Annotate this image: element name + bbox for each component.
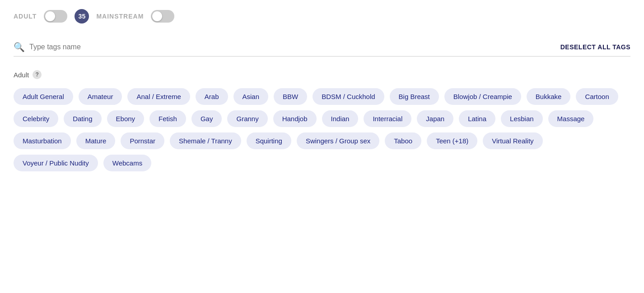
count-badge: 35 bbox=[75, 9, 89, 24]
tag-item[interactable]: Granny bbox=[227, 110, 267, 127]
tag-item[interactable]: Pornstar bbox=[121, 132, 164, 149]
search-left: 🔍 bbox=[14, 42, 560, 52]
tag-item[interactable]: Arab bbox=[196, 88, 228, 105]
tag-item[interactable]: Squirting bbox=[247, 132, 291, 149]
tag-item[interactable]: Handjob bbox=[273, 110, 317, 127]
tag-item[interactable]: Japan bbox=[417, 110, 453, 127]
deselect-all-button[interactable]: DESELECT ALL TAGS bbox=[560, 43, 630, 51]
adult-toggle[interactable] bbox=[44, 10, 67, 23]
tag-item[interactable]: BBW bbox=[274, 88, 307, 105]
section-title: Adult bbox=[14, 71, 29, 79]
tag-item[interactable]: Massage bbox=[548, 110, 594, 127]
tag-item[interactable]: Gay bbox=[191, 110, 222, 127]
mainstream-label: MAINSTREAM bbox=[96, 13, 144, 20]
tag-item[interactable]: Webcams bbox=[103, 155, 151, 171]
search-row: 🔍 DESELECT ALL TAGS bbox=[14, 42, 630, 57]
tag-item[interactable]: Asian bbox=[233, 88, 269, 105]
tag-item[interactable]: Bukkake bbox=[527, 88, 571, 105]
tag-item[interactable]: Anal / Extreme bbox=[127, 88, 190, 105]
tag-item[interactable]: Interracial bbox=[364, 110, 411, 127]
tag-item[interactable]: Celebrity bbox=[14, 110, 58, 127]
mainstream-toggle-knob bbox=[152, 11, 162, 21]
tag-item[interactable]: BDSM / Cuckhold bbox=[313, 88, 384, 105]
tag-item[interactable]: Adult General bbox=[14, 88, 73, 105]
tag-item[interactable]: Shemale / Tranny bbox=[170, 132, 241, 149]
tag-item[interactable]: Teen (+18) bbox=[427, 132, 477, 149]
tag-item[interactable]: Voyeur / Public Nudity bbox=[14, 155, 98, 171]
tag-item[interactable]: Lesbian bbox=[501, 110, 543, 127]
tag-item[interactable]: Big Breast bbox=[390, 88, 439, 105]
tag-item[interactable]: Fetish bbox=[149, 110, 186, 127]
tag-item[interactable]: Swingers / Group sex bbox=[297, 132, 379, 149]
tag-item[interactable]: Dating bbox=[64, 110, 101, 127]
tag-item[interactable]: Taboo bbox=[385, 132, 421, 149]
tag-item[interactable]: Blowjob / Creampie bbox=[444, 88, 521, 105]
mainstream-toggle[interactable] bbox=[151, 10, 174, 23]
search-icon: 🔍 bbox=[14, 42, 25, 52]
top-bar: ADULT 35 MAINSTREAM bbox=[14, 9, 630, 24]
tag-item[interactable]: Mature bbox=[76, 132, 116, 149]
tag-item[interactable]: Virtual Reality bbox=[483, 132, 542, 149]
tag-item[interactable]: Masturbation bbox=[14, 132, 71, 149]
adult-label: ADULT bbox=[14, 13, 37, 20]
tag-item[interactable]: Amateur bbox=[79, 88, 122, 105]
tag-item[interactable]: Latina bbox=[459, 110, 495, 127]
tag-item[interactable]: Indian bbox=[322, 110, 359, 127]
mainstream-toggle-wrap bbox=[151, 10, 174, 23]
tags-container: Adult GeneralAmateurAnal / ExtremeArabAs… bbox=[14, 88, 630, 171]
tag-item[interactable]: Cartoon bbox=[576, 88, 618, 105]
help-icon[interactable]: ? bbox=[33, 70, 42, 79]
tag-item[interactable]: Ebony bbox=[107, 110, 145, 127]
adult-toggle-wrap bbox=[44, 10, 67, 23]
section-label: Adult ? bbox=[14, 70, 630, 79]
adult-toggle-knob bbox=[45, 11, 55, 21]
search-input[interactable] bbox=[29, 43, 560, 51]
